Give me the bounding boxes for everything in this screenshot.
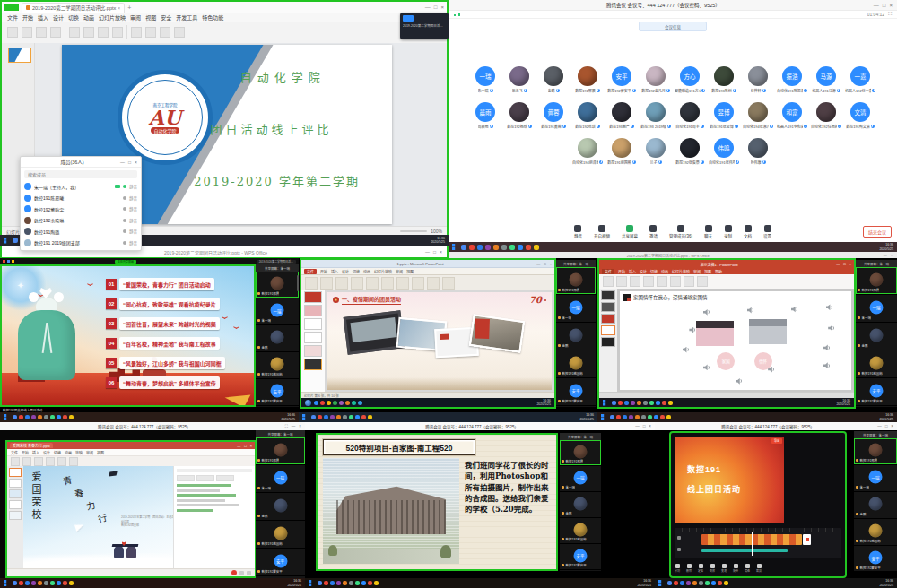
participant[interactable]: 一瑞 朱一瑞 xyxy=(470,66,501,102)
slide-thumbnail[interactable] xyxy=(601,302,615,312)
taskbar-app-icon[interactable] xyxy=(485,245,491,250)
taskbar-app-icon[interactable] xyxy=(12,260,14,263)
menu-item[interactable]: 开发工具 xyxy=(176,13,197,22)
slide-thumbnail[interactable] xyxy=(304,332,322,343)
new-tab-button[interactable]: + xyxy=(127,4,131,11)
close-button[interactable]: × xyxy=(889,3,893,8)
menu-file[interactable]: 文件 xyxy=(7,13,18,22)
taskbar-app-icon[interactable] xyxy=(368,415,372,419)
mute-label[interactable]: 静音 xyxy=(129,184,137,189)
taskbar-app-icon[interactable] xyxy=(724,581,728,585)
taskbar-app-icon[interactable] xyxy=(333,401,337,405)
taskbar-app-icon[interactable] xyxy=(311,415,316,419)
slide-thumbnail[interactable] xyxy=(601,290,615,300)
taskbar-app-icon[interactable] xyxy=(361,581,366,585)
ribbon-icon[interactable] xyxy=(50,27,61,38)
fullscreen-icon[interactable]: ⛶ xyxy=(888,11,892,17)
pane-item[interactable] xyxy=(177,504,239,506)
video-tile[interactable]: 数控191邢晨 xyxy=(856,267,897,295)
video-tile[interactable]: 数控191熊国彬 xyxy=(256,352,299,379)
participant[interactable]: 文清 数控191陶文清 xyxy=(845,102,875,138)
participant[interactable]: 晨雨 周晨雨 xyxy=(470,102,501,138)
taskbar-app-icon[interactable] xyxy=(50,581,55,585)
video-tile[interactable]: 一瑞 朱一瑞 xyxy=(854,465,897,492)
slide-thumbnail[interactable] xyxy=(601,314,615,324)
taskbar-app-icon[interactable] xyxy=(330,415,335,419)
video-tile[interactable]: 一瑞 朱一瑞 xyxy=(256,298,299,325)
slide-thumbnail[interactable] xyxy=(8,48,31,63)
menu-item[interactable]: 动画 xyxy=(83,13,94,22)
ribbon-tab[interactable]: 开始 xyxy=(320,269,327,274)
ribbon-icon[interactable] xyxy=(34,457,43,466)
taskbar-app-icon[interactable] xyxy=(631,401,635,405)
ribbon-icon[interactable] xyxy=(69,27,80,38)
taskbar-app-icon[interactable] xyxy=(656,401,660,405)
menu-item[interactable]: 开始 xyxy=(22,450,29,455)
member-row[interactable]: 数控191陶璐 静音 xyxy=(21,226,141,238)
taskbar-app-icon[interactable] xyxy=(38,581,42,585)
slide-thumbnail[interactable] xyxy=(9,489,22,498)
ribbon-tab[interactable]: 开始 xyxy=(618,269,625,274)
member-min-button[interactable]: — xyxy=(120,160,125,165)
participant[interactable]: 黄蓉 数控191黄蓉 xyxy=(538,102,569,138)
pane-button[interactable] xyxy=(177,475,195,481)
taskbar-app-icon[interactable] xyxy=(44,415,48,419)
participant[interactable]: 数控192金凡月 xyxy=(640,66,671,102)
ribbon-tab[interactable]: 审阅 xyxy=(396,269,403,274)
taskbar-app-icon[interactable] xyxy=(349,581,353,585)
speaker-icon[interactable] xyxy=(826,304,832,310)
minimize-button[interactable]: — xyxy=(874,3,879,8)
ribbon-icon[interactable] xyxy=(670,276,681,287)
taskbar-app-icon[interactable] xyxy=(324,415,328,419)
participant[interactable]: 数控191邢晨 xyxy=(572,66,603,102)
maximize-button[interactable]: □ xyxy=(434,4,438,10)
video-tile[interactable]: 数控191熊国彬 xyxy=(256,521,305,549)
video-tile[interactable]: 安平 数控192瞿安平 xyxy=(256,549,305,576)
taskbar-app-icon[interactable] xyxy=(616,415,621,419)
start-button-icon[interactable] xyxy=(603,400,609,406)
taskbar-app-icon[interactable] xyxy=(461,245,466,250)
file-tab[interactable]: 文件 xyxy=(304,269,317,274)
pane-item[interactable] xyxy=(177,494,236,497)
participant[interactable]: 自动化194熊泽楠 xyxy=(572,138,603,174)
video-tile[interactable]: 一瑞 朱一瑞 xyxy=(256,465,305,493)
member-row[interactable]: 数控191陈晨曦 静音 xyxy=(21,193,141,204)
ribbon-tab[interactable]: 设计 xyxy=(640,269,647,274)
speaker-icon[interactable] xyxy=(683,347,689,353)
taskbar-app-icon[interactable] xyxy=(330,581,335,585)
menu-item[interactable]: 开始 xyxy=(22,13,33,22)
video-tile[interactable]: 数控191熊国彬 xyxy=(556,350,596,378)
menu-item[interactable]: 设计 xyxy=(53,13,64,22)
taskbar-app-icon[interactable] xyxy=(31,581,36,585)
taskbar-app-icon[interactable] xyxy=(374,581,379,585)
ribbon-icon[interactable] xyxy=(603,276,614,287)
taskbar-app-icon[interactable] xyxy=(469,245,475,250)
taskbar-app-icon[interactable] xyxy=(361,415,366,419)
ribbon-tab[interactable]: 设计 xyxy=(342,269,349,274)
participant[interactable]: 和富 机器人191李和富 xyxy=(777,102,807,138)
taskbar-app-icon[interactable] xyxy=(69,581,74,585)
menu-item[interactable]: 设计 xyxy=(43,450,50,455)
system-tray[interactable]: 16:362020/5/25 xyxy=(536,399,551,406)
video-tile[interactable]: 数控191邢晨 xyxy=(560,440,601,466)
participant[interactable]: 安平 数控192瞿安平 xyxy=(606,66,637,102)
close-button[interactable]: × xyxy=(299,424,301,428)
ribbon-icon[interactable] xyxy=(396,277,409,290)
video-tile[interactable]: 安平 数控192瞿安平 xyxy=(854,546,897,573)
slide-thumbnail[interactable] xyxy=(304,305,322,316)
ribbon-tab[interactable]: 幻灯片放映 xyxy=(374,269,392,274)
menu-item[interactable]: 插入 xyxy=(32,450,39,455)
participant[interactable]: 方心 智能制造191方心 xyxy=(675,66,705,102)
taskbar-app-icon[interactable] xyxy=(352,401,356,405)
member-row[interactable]: 数控192董晗宇 静音 xyxy=(21,203,141,215)
meeting-toolbar-button[interactable]: 设置 xyxy=(763,225,771,238)
taskbar-app-icon[interactable] xyxy=(50,415,55,419)
start-button-icon[interactable] xyxy=(658,580,665,586)
video-tile[interactable]: 数控191邢晨 xyxy=(556,267,596,295)
taskbar-app-icon[interactable] xyxy=(501,245,507,250)
taskbar-app-icon[interactable] xyxy=(3,260,5,263)
minimize-button[interactable]: — xyxy=(877,424,882,428)
video-tile[interactable]: 数控191熊国彬 xyxy=(560,518,601,544)
track-mute-icon[interactable] xyxy=(677,548,681,551)
ribbon-tab[interactable]: 切换 xyxy=(650,269,658,274)
